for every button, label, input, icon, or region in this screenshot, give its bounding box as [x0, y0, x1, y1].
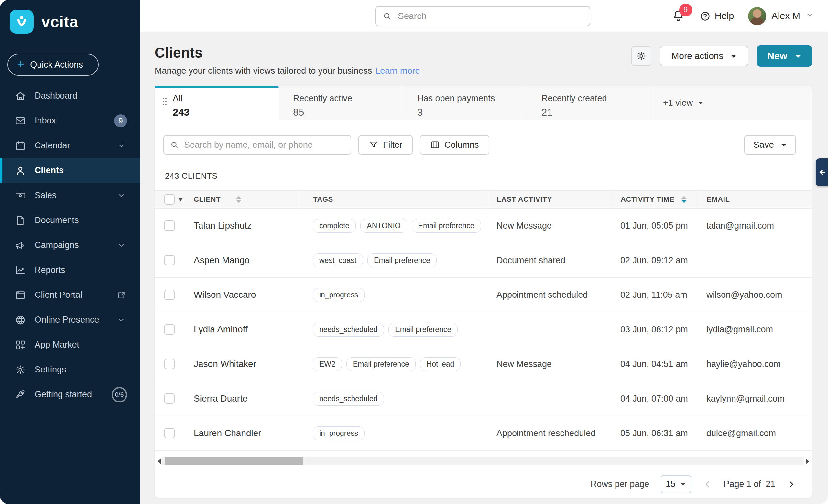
tag-pill: west_coast — [313, 254, 363, 267]
row-checkbox[interactable] — [164, 428, 175, 439]
rocket-icon — [14, 389, 26, 401]
collapse-panel-button[interactable] — [816, 158, 828, 186]
last-activity: New Message — [487, 347, 612, 381]
sort-activity-time-icon[interactable] — [681, 196, 687, 203]
select-menu-caret-icon[interactable] — [178, 198, 183, 201]
tag-pill: complete — [313, 219, 356, 233]
filter-icon — [369, 140, 378, 150]
sidebar-item-settings[interactable]: Settings — [0, 357, 140, 382]
scrollbar-thumb[interactable] — [165, 457, 303, 465]
sidebar-item-client-portal[interactable]: Client Portal — [0, 282, 140, 308]
sidebar-item-reports[interactable]: Reports — [0, 258, 140, 282]
sidebar-item-sales[interactable]: Sales — [0, 183, 140, 208]
row-checkbox[interactable] — [164, 394, 175, 404]
rows-per-page-select[interactable]: 15 — [661, 475, 691, 493]
table-row[interactable]: Sierra Duarte needs_scheduled 04 Jun, 07… — [155, 381, 812, 416]
gear-icon — [636, 50, 647, 61]
activity-time: 04 Jun, 04:51 am — [612, 347, 696, 381]
row-checkbox[interactable] — [164, 221, 175, 231]
learn-more-link[interactable]: Learn more — [375, 66, 420, 76]
sidebar-item-dashboard[interactable]: Dashboard — [0, 83, 140, 108]
chevron-right-icon — [786, 479, 796, 489]
scroll-left-icon[interactable] — [156, 457, 162, 465]
column-header-tags[interactable]: TAGS — [300, 191, 487, 208]
table-body: Talan Lipshutz completeANTONIOEmail pref… — [155, 209, 812, 451]
quick-actions-button[interactable]: + Quick Actions — [7, 54, 99, 76]
table-row[interactable]: Wilson Vaccaro in_progress Appointment s… — [155, 278, 812, 312]
tag-list: west_coastEmail preference — [313, 254, 437, 267]
column-header-client[interactable]: CLIENT — [194, 191, 300, 208]
app-market-icon — [14, 339, 26, 351]
table-row[interactable]: Lauren Chandler in_progress Appointment … — [155, 416, 812, 451]
help-button[interactable]: Help — [699, 10, 734, 22]
last-activity: Appointment rescheduled — [487, 416, 612, 450]
client-name: Lauren Chandler — [194, 428, 261, 439]
sidebar-item-app-market[interactable]: App Market — [0, 332, 140, 357]
caret-down-icon — [795, 54, 801, 58]
user-menu[interactable]: Alex M — [748, 7, 814, 25]
scroll-right-icon[interactable] — [804, 457, 810, 465]
tag-list: needs_scheduledEmail preference — [313, 323, 458, 336]
tag-pill: needs_scheduled — [313, 323, 384, 336]
brand[interactable]: vcita — [0, 0, 140, 34]
plus-icon: + — [17, 58, 24, 70]
global-search-input[interactable] — [397, 11, 583, 22]
clients-icon — [14, 165, 26, 177]
page-header: Clients Manage your clients with views t… — [155, 32, 812, 86]
clients-count-label: 243 CLIENTS — [155, 171, 812, 181]
tab-recently-created[interactable]: Recently created 21 — [527, 86, 651, 120]
table-row[interactable]: Aspen Mango west_coastEmail preference D… — [155, 243, 812, 278]
sidebar-item-documents[interactable]: Documents — [0, 208, 140, 233]
notifications-button[interactable]: 9 — [671, 9, 685, 24]
select-all-checkbox[interactable] — [164, 194, 175, 204]
sort-client-icon[interactable] — [236, 196, 241, 203]
arrow-left-icon — [818, 168, 827, 177]
activity-time: 02 Jun, 09:12 am — [612, 243, 696, 277]
tag-list: EW2Email preferenceHot lead — [313, 357, 461, 371]
column-header-activity-time[interactable]: ACTIVITY TIME — [612, 191, 696, 208]
row-checkbox[interactable] — [164, 255, 175, 265]
sidebar-item-campaigns[interactable]: Campaigns — [0, 233, 140, 258]
global-search[interactable] — [375, 6, 590, 26]
table-row[interactable]: Jason Whitaker EW2Email preferenceHot le… — [155, 347, 812, 381]
columns-button[interactable]: Columns — [420, 135, 489, 154]
drag-handle-icon[interactable] — [162, 97, 168, 107]
new-button[interactable]: New — [757, 45, 812, 66]
row-checkbox[interactable] — [164, 290, 175, 300]
sidebar-item-online-presence[interactable]: Online Presence — [0, 308, 140, 332]
external-link-icon — [116, 291, 127, 300]
chevron-down-icon — [116, 141, 127, 150]
view-settings-button[interactable] — [631, 46, 651, 66]
table-row[interactable]: Lydia Aminoff needs_scheduledEmail prefe… — [155, 312, 812, 347]
sidebar-item-calendar[interactable]: Calendar — [0, 133, 140, 158]
tab-all[interactable]: All 243 — [155, 86, 279, 120]
home-icon — [14, 90, 26, 102]
chevron-down-icon — [116, 316, 127, 325]
filter-button[interactable]: Filter — [358, 135, 413, 154]
activity-time: 04 Jun, 07:00 am — [612, 381, 696, 416]
tab-recently-active[interactable]: Recently active 85 — [279, 86, 403, 120]
page-title: Clients — [155, 45, 420, 61]
column-header-email[interactable]: EMAIL — [696, 191, 812, 208]
reports-icon — [14, 265, 26, 276]
sidebar-item-clients[interactable]: Clients — [0, 158, 140, 183]
client-search[interactable] — [163, 135, 351, 154]
clients-card: All 243 Recently active 85 Has open paym… — [155, 86, 812, 498]
scrollbar-track[interactable] — [162, 457, 804, 465]
save-view-button[interactable]: Save — [744, 135, 796, 154]
more-views-dropdown[interactable]: +1 view — [663, 98, 704, 108]
more-actions-button[interactable]: More actions — [660, 46, 748, 66]
client-name: Sierra Duarte — [194, 394, 248, 404]
sidebar-item-getting-started[interactable]: Getting started 0/6 — [0, 382, 140, 407]
chevron-down-icon — [116, 241, 127, 250]
prev-page-button[interactable] — [703, 479, 712, 489]
horizontal-scrollbar[interactable] — [156, 457, 810, 465]
row-checkbox[interactable] — [164, 324, 175, 334]
sidebar-item-inbox[interactable]: Inbox 9 — [0, 108, 140, 133]
tab-has-open-payments[interactable]: Has open payments 3 — [403, 86, 527, 120]
row-checkbox[interactable] — [164, 359, 175, 369]
next-page-button[interactable] — [786, 479, 796, 489]
column-header-last-activity[interactable]: LAST ACTIVITY — [487, 191, 612, 208]
client-search-input[interactable] — [183, 140, 345, 150]
table-row[interactable]: Talan Lipshutz completeANTONIOEmail pref… — [155, 209, 812, 243]
